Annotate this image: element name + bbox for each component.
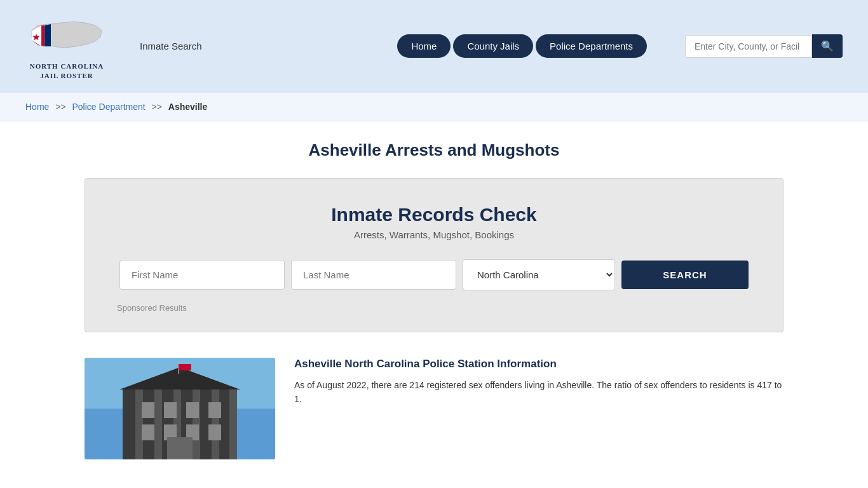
records-check-box: Inmate Records Check Arrests, Warrants, … (85, 178, 783, 332)
svg-rect-22 (142, 424, 154, 440)
station-info: Asheville North Carolina Police Station … (294, 358, 783, 459)
svg-rect-17 (229, 390, 237, 459)
records-search-button[interactable]: SEARCH (621, 261, 749, 289)
sponsored-label: Sponsored Results (117, 303, 751, 313)
svg-rect-25 (208, 424, 221, 440)
last-name-input[interactable] (291, 260, 456, 290)
breadcrumb: Home >> Police Department >> Asheville (25, 102, 843, 112)
nav-home-button[interactable]: Home (397, 34, 451, 58)
breadcrumb-police-dept-link[interactable]: Police Department (72, 102, 146, 112)
site-header: NORTH CAROLINA JAIL ROSTER Inmate Search… (0, 0, 868, 93)
nc-map-icon (25, 11, 108, 59)
bottom-section: Asheville North Carolina Police Station … (85, 351, 783, 459)
breadcrumb-bar: Home >> Police Department >> Asheville (0, 93, 868, 121)
breadcrumb-home-link[interactable]: Home (25, 102, 49, 112)
header-search-input[interactable] (685, 35, 812, 58)
nav-police-departments-button[interactable]: Police Departments (536, 34, 647, 58)
site-logo[interactable]: NORTH CAROLINA JAIL ROSTER (25, 11, 108, 81)
svg-rect-13 (154, 390, 162, 459)
svg-marker-3 (44, 24, 51, 46)
svg-rect-21 (208, 402, 221, 418)
breadcrumb-current: Asheville (168, 102, 207, 112)
svg-rect-20 (186, 402, 199, 418)
search-icon: 🔍 (821, 41, 834, 51)
main-content: Asheville Arrests and Mugshots Inmate Re… (0, 121, 868, 478)
svg-rect-18 (142, 402, 154, 418)
header-search-bar: 🔍 (685, 34, 843, 58)
main-nav: Home County Jails Police Departments (397, 34, 647, 58)
nav-county-jails-button[interactable]: County Jails (453, 34, 533, 58)
station-image (85, 358, 275, 459)
header-search-button[interactable]: 🔍 (812, 34, 843, 58)
svg-rect-26 (167, 437, 193, 459)
station-description: As of August 2022, there are 214 registe… (294, 378, 783, 407)
records-search-form: North Carolina SEARCH (117, 259, 751, 290)
station-title: Asheville North Carolina Police Station … (294, 358, 783, 370)
svg-rect-28 (179, 364, 191, 370)
page-title: Asheville Arrests and Mugshots (25, 140, 843, 160)
first-name-input[interactable] (119, 260, 285, 290)
svg-rect-19 (164, 402, 177, 418)
breadcrumb-sep-2: >> (152, 102, 162, 112)
breadcrumb-sep-1: >> (55, 102, 65, 112)
records-subtitle: Arrests, Warrants, Mugshot, Bookings (117, 229, 751, 240)
inmate-search-link[interactable]: Inmate Search (140, 41, 202, 51)
state-select[interactable]: North Carolina (463, 259, 615, 290)
records-title: Inmate Records Check (117, 204, 751, 226)
logo-text: NORTH CAROLINA JAIL ROSTER (30, 62, 104, 81)
